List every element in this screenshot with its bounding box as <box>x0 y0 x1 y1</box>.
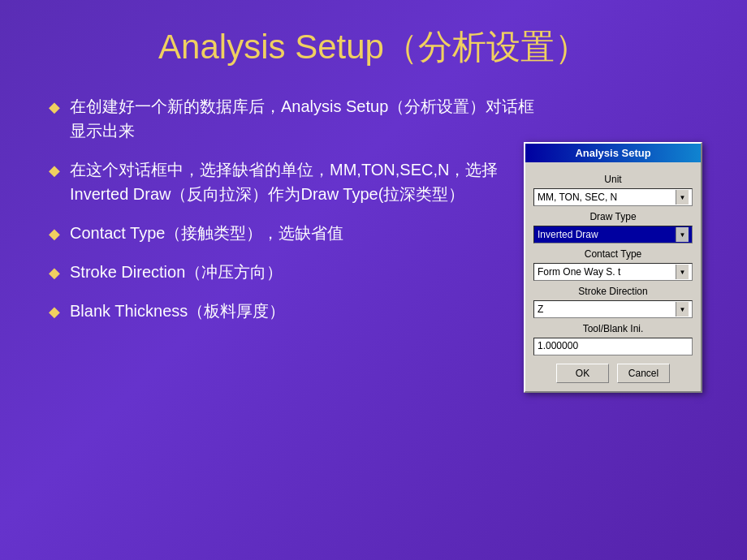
tool-blank-input[interactable]: 1.000000 <box>533 338 693 355</box>
bullet-item-1: ◆ 在创建好一个新的数据库后，Analysis Setup（分析设置）对话框显示… <box>49 94 544 143</box>
unit-select-arrow[interactable]: ▼ <box>676 190 689 205</box>
dialog-body: Unit MM, TON, SEC, N ▼ Draw Type Inverte… <box>525 162 701 391</box>
tool-blank-value: 1.000000 <box>538 340 578 351</box>
bullet-text-3: Contact Type（接触类型），选缺省值 <box>70 221 544 245</box>
draw-type-select-value: Inverted Draw <box>538 229 676 240</box>
stroke-direction-value: Z <box>538 304 676 315</box>
dialog-title: Analysis Setup <box>575 147 650 159</box>
contact-type-label: Contact Type <box>533 248 693 260</box>
contact-type-select[interactable]: Form One Way S. t ▼ <box>533 263 693 281</box>
tool-blank-label: Tool/Blank Ini. <box>533 323 693 334</box>
analysis-setup-dialog: Analysis Setup Unit MM, TON, SEC, N ▼ Dr… <box>524 142 702 393</box>
diamond-icon-4: ◆ <box>49 262 60 284</box>
bullet-text-1: 在创建好一个新的数据库后，Analysis Setup（分析设置）对话框显示出来 <box>70 94 544 143</box>
diamond-icon-1: ◆ <box>49 97 60 118</box>
bullet-item-5: ◆ Blank Thickness（板料厚度） <box>49 299 544 323</box>
bullet-text-4: Stroke Direction（冲压方向） <box>70 260 544 284</box>
bullet-text-2: 在这个对话框中，选择缺省的单位，MM,TON,SEC,N，选择Inverted … <box>70 157 544 206</box>
bullet-item-4: ◆ Stroke Direction（冲压方向） <box>49 260 544 284</box>
contact-type-select-value: Form One Way S. t <box>538 266 676 278</box>
draw-type-select[interactable]: Inverted Draw ▼ <box>533 226 693 243</box>
unit-select[interactable]: MM, TON, SEC, N ▼ <box>533 188 693 206</box>
bullet-text-5: Blank Thickness（板料厚度） <box>70 299 544 323</box>
slide-title: Analysis Setup（分析设置） <box>32 24 715 70</box>
bullet-item-3: ◆ Contact Type（接触类型），选缺省值 <box>49 221 544 245</box>
draw-type-select-arrow[interactable]: ▼ <box>676 227 689 242</box>
stroke-direction-arrow[interactable]: ▼ <box>676 302 689 317</box>
dialog-titlebar: Analysis Setup <box>525 144 701 162</box>
bullet-list: ◆ 在创建好一个新的数据库后，Analysis Setup（分析设置）对话框显示… <box>32 94 544 323</box>
stroke-direction-label: Stroke Direction <box>533 286 693 297</box>
diamond-icon-2: ◆ <box>49 160 60 182</box>
dialog-buttons: OK Cancel <box>533 364 693 383</box>
stroke-direction-select[interactable]: Z ▼ <box>533 300 693 318</box>
diamond-icon-3: ◆ <box>49 223 60 245</box>
slide: Analysis Setup（分析设置） ◆ 在创建好一个新的数据库后，Anal… <box>0 0 747 560</box>
unit-select-value: MM, TON, SEC, N <box>538 192 676 203</box>
ok-button[interactable]: OK <box>556 364 609 383</box>
draw-type-label: Draw Type <box>533 211 693 222</box>
bullet-item-2: ◆ 在这个对话框中，选择缺省的单位，MM,TON,SEC,N，选择Inverte… <box>49 157 544 206</box>
contact-type-select-arrow[interactable]: ▼ <box>676 265 689 279</box>
unit-label: Unit <box>533 174 693 185</box>
cancel-button[interactable]: Cancel <box>617 364 670 383</box>
diamond-icon-5: ◆ <box>49 301 60 323</box>
